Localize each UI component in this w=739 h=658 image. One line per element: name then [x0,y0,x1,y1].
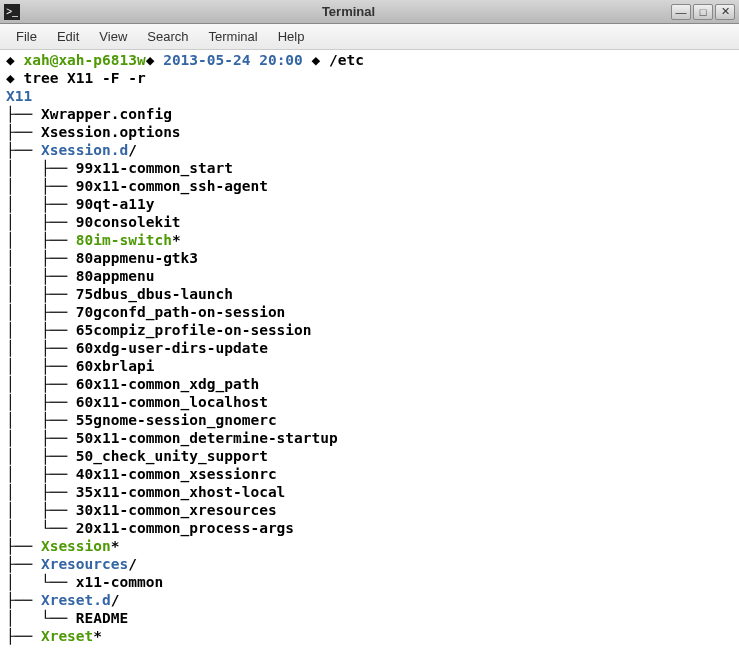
window-title: Terminal [26,4,671,19]
tree-listing: ├── Xwrapper.config ├── Xsession.options… [6,105,733,645]
prompt-cwd: /etc [329,52,364,68]
prompt-diamond: ◆ [303,52,329,68]
prompt-datetime: 2013-05-24 20:00 [163,52,303,68]
menu-search[interactable]: Search [137,27,198,46]
maximize-button[interactable]: □ [693,4,713,20]
menu-view[interactable]: View [89,27,137,46]
menu-file[interactable]: File [6,27,47,46]
tree-root: X11 [6,88,32,104]
menu-terminal[interactable]: Terminal [199,27,268,46]
window-controls: — □ ✕ [671,4,735,20]
terminal-output[interactable]: ◆ xah@xah-p6813w◆ 2013-05-24 20:00 ◆ /et… [0,50,739,658]
close-button[interactable]: ✕ [715,4,735,20]
prompt-diamond: ◆ [146,52,163,68]
terminal-app-icon: >_ [4,4,20,20]
prompt-diamond: ◆ [6,52,23,68]
menu-help[interactable]: Help [268,27,315,46]
prompt-userhost: xah@xah-p6813w [23,52,145,68]
minimize-button[interactable]: — [671,4,691,20]
titlebar: >_ Terminal — □ ✕ [0,0,739,24]
prompt-diamond: ◆ [6,70,23,86]
menubar: File Edit View Search Terminal Help [0,24,739,50]
command-text: tree X11 -F -r [23,70,145,86]
menu-edit[interactable]: Edit [47,27,89,46]
